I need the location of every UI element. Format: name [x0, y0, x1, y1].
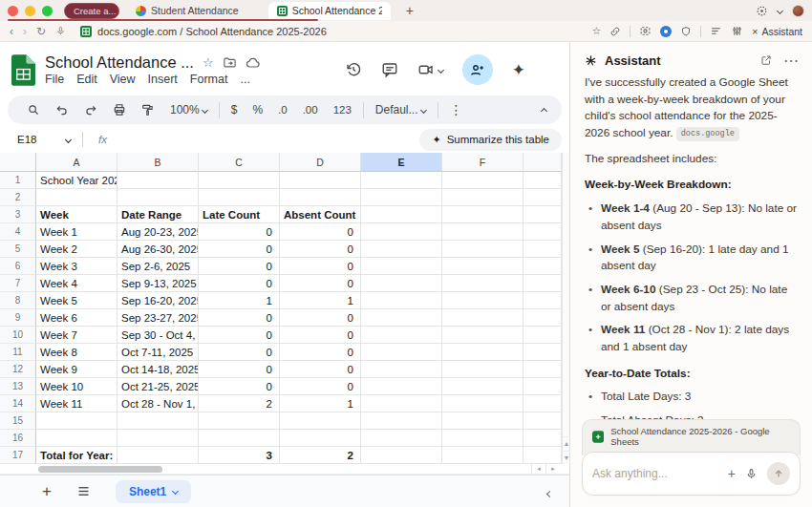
version-history-icon[interactable] — [345, 61, 362, 78]
cell-F14[interactable] — [442, 395, 524, 412]
number-format-button[interactable]: 123 — [326, 104, 359, 116]
row-header-3[interactable]: 3 — [0, 206, 36, 223]
assistant-toggle[interactable]: × Assistant — [752, 26, 802, 37]
add-sheet-button[interactable]: + — [42, 482, 52, 501]
cell-partial-2[interactable] — [524, 189, 562, 206]
cell-D11[interactable]: 0 — [280, 344, 361, 361]
cell-E6[interactable] — [361, 258, 442, 275]
cell-E13[interactable] — [361, 378, 442, 395]
star-document-icon[interactable]: ☆ — [203, 55, 214, 70]
cell-D4[interactable]: 0 — [280, 223, 361, 241]
format-percent-button[interactable]: % — [245, 103, 270, 116]
horizontal-scrollbar[interactable]: ◄ ► — [0, 464, 569, 475]
cell-B1[interactable] — [118, 172, 199, 189]
cell-B16[interactable] — [118, 430, 199, 447]
screenshot-icon[interactable] — [639, 25, 652, 37]
cell-D8[interactable]: 1 — [280, 292, 361, 309]
paint-format-button[interactable] — [134, 103, 162, 116]
print-button[interactable] — [105, 103, 134, 116]
collapse-panel-button[interactable] — [547, 483, 569, 500]
cell-partial-11[interactable] — [524, 344, 562, 361]
cell-C2[interactable] — [199, 189, 280, 206]
cell-E14[interactable] — [361, 395, 442, 412]
copy-link-icon[interactable] — [609, 26, 621, 37]
cell-A15[interactable] — [36, 412, 118, 430]
cell-A10[interactable]: Week 7 — [36, 327, 118, 344]
cell-A2[interactable] — [36, 189, 118, 206]
menu-view[interactable]: View — [110, 73, 136, 86]
cell-C1[interactable] — [199, 172, 280, 189]
comment-icon[interactable] — [381, 61, 398, 78]
zoom-select[interactable]: 100% — [162, 103, 215, 116]
cell-C11[interactable]: 0 — [199, 344, 280, 361]
cell-C3[interactable]: Late Count — [199, 206, 280, 223]
send-button[interactable] — [767, 462, 790, 485]
cell-C10[interactable]: 0 — [199, 327, 280, 344]
column-header-C[interactable]: C — [199, 153, 280, 172]
source-chip[interactable]: docs.google — [676, 127, 739, 141]
open-external-icon[interactable] — [760, 54, 772, 66]
forward-button[interactable]: › — [23, 25, 27, 38]
cell-D14[interactable]: 1 — [280, 395, 361, 412]
tab-student-attendance[interactable]: Student Attendance — [127, 2, 247, 20]
menu-file[interactable]: File — [45, 73, 64, 86]
cell-partial-15[interactable] — [524, 412, 562, 430]
row-header-1[interactable]: 1 — [0, 172, 36, 189]
window-zoom-button[interactable] — [42, 6, 53, 16]
cell-A5[interactable]: Week 2 — [36, 241, 118, 258]
scroll-down-button[interactable]: ▼ — [563, 451, 570, 464]
cell-A7[interactable]: Week 4 — [36, 275, 118, 292]
cell-partial-6[interactable] — [524, 258, 562, 275]
cell-E1[interactable] — [361, 172, 442, 189]
row-header-2[interactable]: 2 — [0, 189, 36, 206]
cell-B17[interactable] — [118, 447, 199, 464]
cell-C9[interactable]: 0 — [199, 309, 280, 327]
column-header-B[interactable]: B — [118, 153, 199, 172]
scroll-left-button[interactable]: ◄ — [531, 464, 545, 474]
cell-D9[interactable]: 0 — [280, 309, 361, 327]
column-header-partial[interactable] — [524, 153, 562, 172]
row-header-6[interactable]: 6 — [0, 258, 36, 275]
document-title[interactable]: School Attendance ... — [45, 53, 194, 72]
row-header-17[interactable]: 17 — [0, 447, 36, 464]
cell-D10[interactable]: 0 — [280, 327, 361, 344]
cell-E17[interactable] — [361, 447, 442, 464]
cell-F13[interactable] — [442, 378, 524, 395]
cell-partial-8[interactable] — [524, 292, 562, 309]
hscroll-thumb[interactable] — [38, 466, 162, 473]
cell-F15[interactable] — [442, 412, 524, 430]
cell-E11[interactable] — [361, 344, 442, 361]
row-header-8[interactable]: 8 — [0, 292, 36, 309]
cell-E15[interactable] — [361, 412, 442, 430]
cell-C16[interactable] — [199, 430, 280, 447]
window-minimize-button[interactable] — [25, 6, 35, 16]
cell-C13[interactable]: 0 — [199, 378, 280, 395]
back-button[interactable]: ‹ — [10, 25, 13, 38]
tab-school-attendance[interactable]: School Attendance 2025-2026 — [268, 2, 391, 20]
cell-C14[interactable]: 2 — [199, 395, 280, 412]
cell-F4[interactable] — [442, 223, 524, 241]
reading-list-icon[interactable] — [710, 25, 722, 37]
cell-C8[interactable]: 1 — [199, 292, 280, 309]
cell-B2[interactable] — [118, 189, 199, 206]
all-sheets-icon[interactable] — [76, 484, 91, 498]
cell-C7[interactable]: 0 — [199, 275, 280, 292]
menu-insert[interactable]: Insert — [148, 73, 178, 86]
more-toolbar-button[interactable]: ⋮ — [442, 102, 471, 117]
cell-A13[interactable]: Week 10 — [36, 378, 118, 395]
cell-F11[interactable] — [442, 344, 524, 361]
cell-D2[interactable] — [280, 189, 361, 206]
cell-B15[interactable] — [118, 412, 199, 430]
cell-A16[interactable] — [36, 430, 118, 447]
cell-C15[interactable] — [199, 412, 280, 430]
cell-A14[interactable]: Week 11 — [36, 395, 118, 412]
cell-A12[interactable]: Week 9 — [36, 361, 118, 378]
search-menus-button[interactable] — [19, 103, 48, 116]
share-button[interactable] — [462, 54, 493, 85]
cell-E12[interactable] — [361, 361, 442, 378]
cell-A8[interactable]: Week 5 — [36, 292, 118, 309]
row-header-12[interactable]: 12 — [0, 361, 36, 378]
row-header-13[interactable]: 13 — [0, 378, 36, 395]
cell-partial-12[interactable] — [524, 361, 562, 378]
undo-button[interactable] — [48, 103, 76, 116]
